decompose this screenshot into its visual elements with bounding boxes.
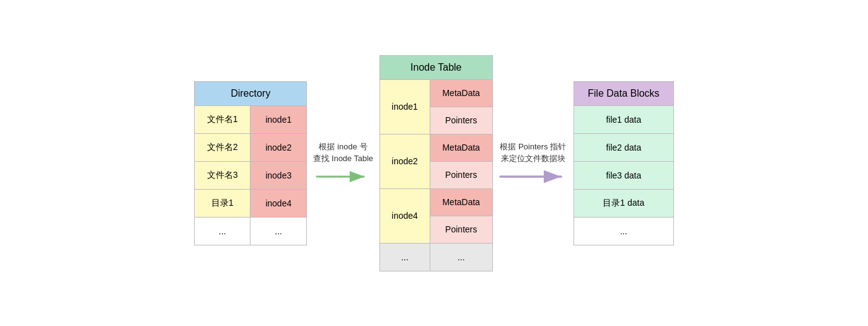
inode-right: MetaData Pointers MetaData Pointers Meta… bbox=[430, 80, 492, 271]
dir-cell: inode2 bbox=[250, 134, 306, 161]
inode-left: inode1 inode2 inode4 ... bbox=[380, 80, 430, 271]
dir-cell: 文件名2 bbox=[195, 134, 250, 161]
inode-inner: inode1 inode2 inode4 ... MetaData Pointe… bbox=[380, 80, 492, 271]
inode-right-cell: Pointers bbox=[430, 107, 492, 134]
table-row: 目录1 data bbox=[574, 190, 673, 218]
directory-title: Directory bbox=[194, 81, 307, 105]
inode-body: inode1 inode2 inode4 ... MetaData Pointe… bbox=[379, 79, 493, 271]
inode-right-cell: MetaData bbox=[430, 189, 492, 216]
inode-left-cell: inode4 bbox=[380, 189, 430, 244]
inode-left-cell: inode1 bbox=[380, 80, 430, 134]
dir-cell: 文件名3 bbox=[195, 162, 250, 189]
dir-cell: inode4 bbox=[250, 190, 306, 217]
inode-right-cell: MetaData bbox=[430, 80, 492, 107]
arrow2-label: 根据 Pointers 指针来定位文件数据块 bbox=[500, 141, 566, 165]
inode-right-cell: Pointers bbox=[430, 216, 492, 244]
inode-table: Inode Table inode1 inode2 inode4 ... Met… bbox=[379, 55, 493, 271]
inode-title: Inode Table bbox=[379, 55, 493, 79]
table-row: 文件名1 inode1 bbox=[195, 106, 306, 134]
fdb-body: file1 data file2 data file3 data 目录1 dat… bbox=[574, 105, 674, 245]
table-row: ... ... bbox=[195, 218, 306, 245]
fdb-cell: file2 data bbox=[574, 134, 673, 161]
fdb-cell: 目录1 data bbox=[574, 190, 673, 217]
filesystem-diagram: Directory 文件名1 inode1 文件名2 inode2 文件名3 i… bbox=[194, 55, 674, 271]
arrow2: 根据 Pointers 指针来定位文件数据块 bbox=[493, 141, 574, 186]
dir-cell: ... bbox=[250, 218, 306, 245]
table-row: ... bbox=[574, 218, 673, 245]
table-row: 文件名3 inode3 bbox=[195, 162, 306, 190]
fdb-title: File Data Blocks bbox=[574, 81, 674, 105]
table-row: file2 data bbox=[574, 134, 673, 162]
fdb-cell: ... bbox=[574, 218, 673, 245]
file-data-blocks-table: File Data Blocks file1 data file2 data f… bbox=[574, 81, 674, 245]
fdb-cell: file3 data bbox=[574, 162, 673, 189]
fdb-cell: file1 data bbox=[574, 106, 673, 133]
dir-cell: 目录1 bbox=[195, 190, 250, 217]
arrow1: 根据 inode 号查找 Inode Table bbox=[307, 141, 379, 186]
table-row: 文件名2 inode2 bbox=[195, 134, 306, 162]
table-row: 目录1 inode4 bbox=[195, 190, 306, 218]
inode-right-cell: ... bbox=[430, 244, 492, 271]
dir-cell: inode3 bbox=[250, 162, 306, 189]
dir-cell: 文件名1 bbox=[195, 106, 250, 133]
dir-cell: ... bbox=[195, 218, 250, 245]
arrow1-label: 根据 inode 号查找 Inode Table bbox=[313, 141, 373, 165]
directory-table: Directory 文件名1 inode1 文件名2 inode2 文件名3 i… bbox=[194, 81, 307, 245]
directory-body: 文件名1 inode1 文件名2 inode2 文件名3 inode3 目录1 … bbox=[194, 105, 307, 245]
inode-right-cell: Pointers bbox=[430, 162, 492, 189]
table-row: file1 data bbox=[574, 106, 673, 134]
inode-left-cell: inode2 bbox=[380, 134, 430, 189]
table-row: file3 data bbox=[574, 162, 673, 190]
inode-left-cell: ... bbox=[380, 244, 430, 271]
dir-cell: inode1 bbox=[250, 106, 306, 133]
inode-right-cell: MetaData bbox=[430, 134, 492, 162]
